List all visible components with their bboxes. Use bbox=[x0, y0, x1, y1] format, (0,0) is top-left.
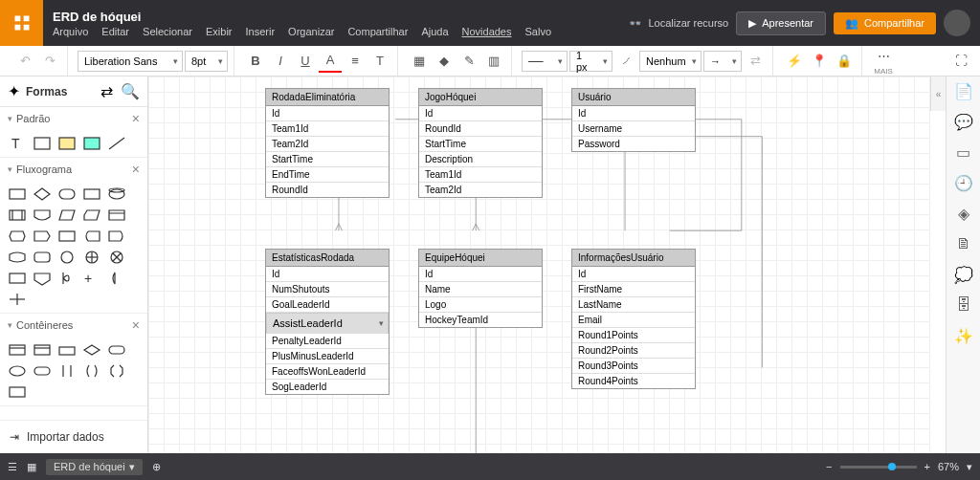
font-family-select[interactable]: Liberation Sans bbox=[78, 51, 183, 72]
entity-field[interactable]: Team2Id bbox=[419, 183, 542, 197]
flowchart-shape[interactable] bbox=[107, 271, 126, 286]
text-format-button[interactable]: T bbox=[368, 50, 391, 73]
entity-JogoHóquei[interactable]: JogoHóqueiIdRoundIdStartTimeDescriptionT… bbox=[418, 88, 543, 198]
entity-EquipeHóquei[interactable]: EquipeHóqueiIdNameLogoHockeyTeamId bbox=[418, 249, 543, 328]
magic-icon[interactable]: ✨ bbox=[955, 327, 972, 344]
entity-Usuário[interactable]: UsuárioIdUsernamePassword bbox=[571, 88, 696, 152]
entity-field[interactable]: FaceoffsWonLeaderId bbox=[266, 364, 389, 380]
entity-field[interactable]: PlusMinusLeaderId bbox=[266, 349, 389, 364]
flowchart-shape[interactable] bbox=[8, 250, 27, 265]
history-icon[interactable]: 🕘 bbox=[955, 174, 972, 191]
entity-field[interactable]: Logo bbox=[419, 297, 542, 313]
entity-field[interactable]: Username bbox=[572, 121, 695, 137]
shuffle-icon[interactable]: ⇄ bbox=[100, 82, 113, 100]
flowchart-shape[interactable] bbox=[33, 229, 52, 244]
add-page-button[interactable]: ⊕ bbox=[152, 461, 161, 473]
shape-rect[interactable] bbox=[33, 136, 52, 151]
locate-resource[interactable]: 👓 Localizar recurso bbox=[629, 17, 728, 30]
entity-field[interactable]: NumShutouts bbox=[266, 282, 389, 297]
entity-field[interactable]: HockeyTeamId bbox=[419, 313, 542, 327]
database-icon[interactable]: 🗄 bbox=[955, 296, 972, 314]
comment-icon[interactable]: 💬 bbox=[955, 113, 972, 130]
undo-button[interactable]: ↶ bbox=[13, 50, 36, 73]
document-title[interactable]: ERD de hóquei bbox=[53, 10, 551, 24]
italic-button[interactable]: I bbox=[269, 50, 292, 73]
arrow-end-select[interactable]: → bbox=[703, 51, 742, 72]
list-view-icon[interactable]: ☰ bbox=[8, 461, 17, 473]
entity-field[interactable]: Team2Id bbox=[266, 137, 389, 152]
line-type-button[interactable]: ⟋ bbox=[614, 50, 637, 73]
flowchart-shape[interactable] bbox=[57, 271, 77, 286]
present-button[interactable]: ▶ Apresentar bbox=[736, 11, 826, 35]
canvas[interactable]: RodadaEliminatóriaIdTeam1IdTeam2IdStartT… bbox=[148, 76, 930, 453]
entity-field[interactable]: Round1Points bbox=[572, 328, 695, 343]
app-logo[interactable] bbox=[0, 0, 43, 46]
zoom-out-button[interactable]: − bbox=[826, 461, 832, 472]
entity-InformaçõesUsuário[interactable]: InformaçõesUsuárioIdFirstNameLastNameEma… bbox=[571, 249, 696, 389]
bolt-icon[interactable]: ⚡ bbox=[783, 50, 806, 73]
entity-field[interactable]: Round3Points bbox=[572, 359, 695, 374]
flowchart-shape[interactable] bbox=[57, 229, 77, 244]
entity-EstatísticasRodada[interactable]: EstatísticasRodadaIdNumShutoutsGoalLeade… bbox=[265, 249, 390, 395]
entity-field[interactable]: Email bbox=[572, 313, 695, 328]
container-shape[interactable] bbox=[57, 342, 77, 358]
flowchart-shape[interactable] bbox=[33, 186, 52, 202]
layers-icon[interactable]: ◈ bbox=[955, 205, 972, 222]
line-color-button[interactable]: ✎ bbox=[457, 50, 480, 73]
entity-field[interactable]: Id bbox=[572, 106, 695, 121]
entity-field[interactable]: AssistLeaderId bbox=[266, 313, 389, 334]
entity-field[interactable]: Id bbox=[266, 267, 389, 282]
flowchart-shape[interactable]: + bbox=[82, 271, 101, 286]
flowchart-shape[interactable] bbox=[57, 186, 77, 202]
redo-button[interactable]: ↷ bbox=[38, 50, 61, 73]
flowchart-shape[interactable] bbox=[82, 250, 101, 265]
document-icon[interactable]: 📄 bbox=[955, 82, 972, 99]
entity-field[interactable]: Id bbox=[266, 106, 389, 121]
flowchart-shape[interactable] bbox=[107, 207, 126, 223]
menu-edit[interactable]: Editar bbox=[101, 26, 129, 37]
zoom-in-button[interactable]: + bbox=[924, 461, 930, 472]
close-icon[interactable]: × bbox=[132, 111, 140, 126]
flowchart-shape[interactable] bbox=[8, 271, 27, 286]
menu-news[interactable]: Novidades bbox=[462, 26, 512, 37]
flowchart-shape[interactable] bbox=[57, 207, 77, 223]
align-button[interactable]: ≡ bbox=[344, 50, 367, 73]
container-shape[interactable] bbox=[8, 384, 27, 400]
flowchart-shape[interactable] bbox=[8, 292, 27, 307]
container-shape[interactable] bbox=[33, 342, 52, 358]
entity-field[interactable]: SogLeaderId bbox=[266, 380, 389, 394]
close-icon[interactable]: × bbox=[132, 317, 140, 333]
flowchart-shape[interactable] bbox=[33, 207, 52, 223]
shape-line[interactable] bbox=[107, 136, 126, 151]
arrow-start-select[interactable]: Nenhum bbox=[639, 51, 702, 72]
menu-insert[interactable]: Inserir bbox=[246, 26, 276, 37]
bold-button[interactable]: B bbox=[244, 50, 267, 73]
flowchart-shape[interactable] bbox=[8, 207, 27, 223]
underline-button[interactable]: U bbox=[294, 50, 317, 73]
entity-field[interactable]: Description bbox=[419, 152, 542, 167]
category-default[interactable]: ▾Padrão× bbox=[0, 107, 147, 130]
flowchart-shape[interactable] bbox=[8, 186, 27, 202]
line-style-select[interactable]: ── bbox=[522, 51, 568, 72]
data-icon[interactable]: 🗎 bbox=[955, 235, 972, 252]
menu-help[interactable]: Ajuda bbox=[421, 26, 448, 37]
menu-select[interactable]: Selecionar bbox=[143, 26, 192, 37]
more-button[interactable]: ⋯ bbox=[872, 46, 895, 65]
entity-field[interactable]: GoalLeaderId bbox=[266, 297, 389, 313]
collapse-right-panel[interactable]: « bbox=[930, 76, 946, 111]
lock-icon[interactable]: 🔒 bbox=[833, 50, 856, 73]
pin-icon[interactable]: 📍 bbox=[808, 50, 831, 73]
flowchart-shape[interactable] bbox=[107, 250, 126, 265]
menu-share[interactable]: Compartilhar bbox=[347, 26, 408, 37]
entity-field[interactable]: FirstName bbox=[572, 282, 695, 297]
entity-field[interactable]: Round4Points bbox=[572, 374, 695, 388]
entity-field[interactable]: Id bbox=[419, 106, 542, 121]
flowchart-shape[interactable] bbox=[8, 229, 27, 244]
shape-hotspot[interactable] bbox=[82, 136, 101, 151]
user-avatar[interactable] bbox=[944, 10, 970, 36]
entity-field[interactable]: Team1Id bbox=[419, 167, 542, 183]
menu-view[interactable]: Exibir bbox=[206, 26, 233, 37]
flowchart-shape[interactable] bbox=[82, 207, 101, 223]
fullscreen-button[interactable]: ⛶ bbox=[949, 50, 972, 73]
flowchart-shape[interactable] bbox=[107, 186, 126, 202]
